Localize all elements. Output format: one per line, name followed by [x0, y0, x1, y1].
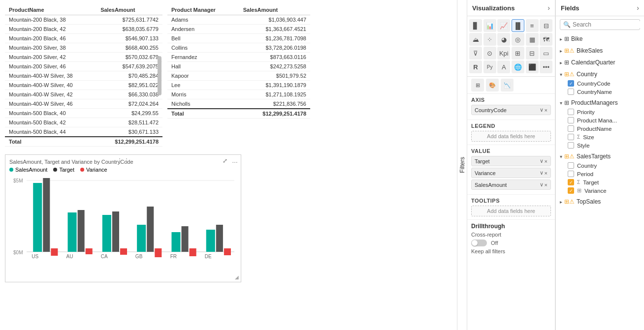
viz-icon-grid: ▊ 📊 📈 ▐▌ ≡ ⊟ ⛰ ⁘ ◕ ◎ ▦ 🗺 ⊽ ⊙ Kpi ⊞ ⊟ ▭ R… — [467, 16, 555, 77]
close-icon[interactable]: × — [545, 170, 547, 176]
manager-name-cell: Bell — [167, 34, 239, 43]
amount-cell: $638,035.6779 — [97, 25, 162, 34]
field-item-country[interactable]: Country — [556, 161, 644, 170]
field-item-size[interactable]: Σ Size — [556, 133, 644, 141]
viz-donut-btn[interactable]: ◎ — [512, 33, 524, 46]
field-item-priority[interactable]: Priority — [556, 108, 644, 116]
viz-table-btn[interactable]: ⊞ — [512, 47, 524, 60]
group-header-country[interactable]: ▾ ⊞⚠ Country — [556, 69, 644, 79]
viz-py-btn[interactable]: Py — [483, 60, 496, 73]
legend-drop-zone[interactable]: Add data fields here — [471, 131, 551, 142]
value-field-variance[interactable]: Variance ∨ × — [471, 168, 551, 178]
more-options-button[interactable]: … — [231, 157, 239, 165]
viz-funnel-btn[interactable]: ⊽ — [469, 47, 482, 60]
group-header-calendarquarter[interactable]: ▸ ⊞ CalendarQuarter — [556, 58, 644, 67]
product-sales-table: ProductName SalesAmount Mountain-200 Bla… — [5, 5, 162, 147]
viz-shape-btn[interactable]: ⬛ — [526, 60, 539, 73]
viz-collapse-button[interactable]: › — [547, 4, 550, 12]
sigma-icon: Σ — [577, 180, 580, 185]
resize-handle[interactable]: ◢ — [235, 274, 239, 280]
viz-kpi-btn[interactable]: Kpi — [497, 47, 510, 60]
field-checkbox[interactable] — [568, 162, 574, 169]
viz-area-chart-btn[interactable]: ⛰ — [469, 33, 482, 46]
svg-rect-5 — [43, 178, 50, 252]
filters-panel[interactable]: Filters — [457, 0, 467, 330]
viz-column-chart-btn[interactable]: 📊 — [483, 19, 496, 32]
viz-panel-header: Visualizations › — [467, 0, 555, 16]
group-header-bike[interactable]: ▸ ⊞ Bike — [556, 34, 644, 44]
field-item-period[interactable]: Period — [556, 170, 644, 178]
viz-stacked-bar-btn[interactable]: ≡ — [526, 19, 539, 32]
field-checkbox[interactable] — [568, 171, 574, 177]
sigma-icon: Σ — [577, 134, 580, 140]
drag-handle[interactable]: ⋮⋮ — [116, 157, 130, 165]
field-checkbox[interactable] — [568, 117, 574, 123]
viz-card-btn[interactable]: ▭ — [540, 47, 552, 60]
close-icon[interactable]: × — [545, 107, 547, 113]
chevron-down-icon[interactable]: ∨ — [540, 181, 544, 188]
amount-cell: $1,363,667.4521 — [239, 25, 310, 34]
amount-cell: $221,836.756 — [239, 99, 310, 109]
field-checkbox[interactable]: ✓ — [568, 179, 574, 185]
value-field-target[interactable]: Target ∨ × — [471, 156, 551, 166]
viz-scatter-btn[interactable]: ⁘ — [483, 33, 496, 46]
viz-gauge-btn[interactable]: ⊙ — [483, 47, 496, 60]
chevron-down-icon[interactable]: ∨ — [540, 158, 544, 164]
chevron-down-icon[interactable]: ∨ — [540, 170, 544, 176]
filters-label[interactable]: Filters — [459, 157, 466, 173]
field-checkbox[interactable] — [568, 89, 574, 95]
viz-grouped-bar-btn[interactable]: ▐▌ — [512, 19, 524, 32]
group-header-productmanagers[interactable]: ▾ ⊞ ProductManagers — [556, 98, 644, 108]
viz-analytics-btn[interactable]: 📉 — [501, 79, 514, 91]
product-name-cell: Mountain-400-W Silver, 38 — [5, 71, 97, 81]
axis-field-chip[interactable]: CountryCode ∨ × — [471, 105, 551, 115]
viz-text-btn[interactable]: A — [497, 60, 510, 73]
search-input[interactable] — [573, 21, 644, 28]
field-checkbox[interactable] — [568, 125, 574, 132]
viz-fields-btn[interactable]: ⊞ — [471, 79, 484, 91]
chart-legend: SalesAmount Target Variance — [9, 167, 237, 173]
expand-chart-button[interactable]: ⤢ — [221, 157, 229, 165]
group-header-topsales[interactable]: ▸ ⊞⚠ TopSales — [556, 197, 644, 207]
viz-pie-btn[interactable]: ◕ — [497, 33, 510, 46]
cross-report-toggle[interactable] — [471, 240, 487, 246]
field-item-variance[interactable]: ✓ ⊞ Variance — [556, 186, 644, 195]
fields-collapse-button[interactable]: › — [637, 4, 639, 12]
viz-map-btn[interactable]: 🗺 — [540, 33, 552, 46]
field-label: Period — [577, 171, 593, 177]
viz-more-btn[interactable]: ••• — [540, 60, 552, 73]
scroll-bar[interactable] — [158, 56, 161, 95]
viz-line-chart-btn[interactable]: 📈 — [497, 19, 510, 32]
field-checkbox[interactable] — [568, 109, 574, 115]
field-item-product-mana---[interactable]: Product Mana... — [556, 116, 644, 124]
viz-format-btn[interactable]: 🎨 — [486, 79, 499, 91]
table-row: Nicholls$221,836.756 — [167, 99, 310, 109]
viz-r-btn[interactable]: R — [469, 60, 482, 73]
legend-dot-sales — [9, 168, 13, 172]
field-item-countryname[interactable]: CountryName — [556, 88, 644, 96]
chevron-down-icon[interactable]: ∨ — [540, 107, 544, 113]
group-header-salestargets[interactable]: ▾ ⊞⚠ SalesTargets — [556, 151, 644, 161]
fields-search-box[interactable]: 🔍 — [560, 19, 640, 30]
group-header-bikesales[interactable]: ▸ ⊞⚠ BikeSales — [556, 46, 644, 56]
close-icon[interactable]: × — [545, 182, 547, 188]
tooltips-drop-zone[interactable]: Add data fields here — [471, 206, 551, 216]
close-icon[interactable]: × — [545, 158, 547, 164]
field-checkbox[interactable] — [568, 142, 574, 149]
product-name-cell: Mountain-400-W Silver, 42 — [5, 90, 97, 99]
field-item-productname[interactable]: ProductName — [556, 124, 644, 133]
svg-rect-10 — [102, 215, 111, 252]
viz-bar-chart-btn[interactable]: ▊ — [469, 19, 482, 32]
viz-treemap-btn[interactable]: ▦ — [526, 33, 539, 46]
viz-matrix-btn[interactable]: ⊟ — [526, 47, 539, 60]
viz-image-btn[interactable]: 🌐 — [512, 60, 524, 73]
field-checkbox[interactable]: ✓ — [568, 80, 574, 87]
field-checkbox[interactable]: ✓ — [568, 187, 574, 194]
field-item-countrycode[interactable]: ✓ CountryCode — [556, 79, 644, 88]
axis-chip-actions: ∨ × — [540, 107, 547, 113]
field-item-style[interactable]: Style — [556, 141, 644, 150]
viz-100pct-bar-btn[interactable]: ⊟ — [540, 19, 552, 32]
field-checkbox[interactable] — [568, 134, 574, 140]
value-field-sales[interactable]: SalesAmount ∨ × — [471, 180, 551, 190]
field-item-target[interactable]: ✓ Σ Target — [556, 178, 644, 186]
